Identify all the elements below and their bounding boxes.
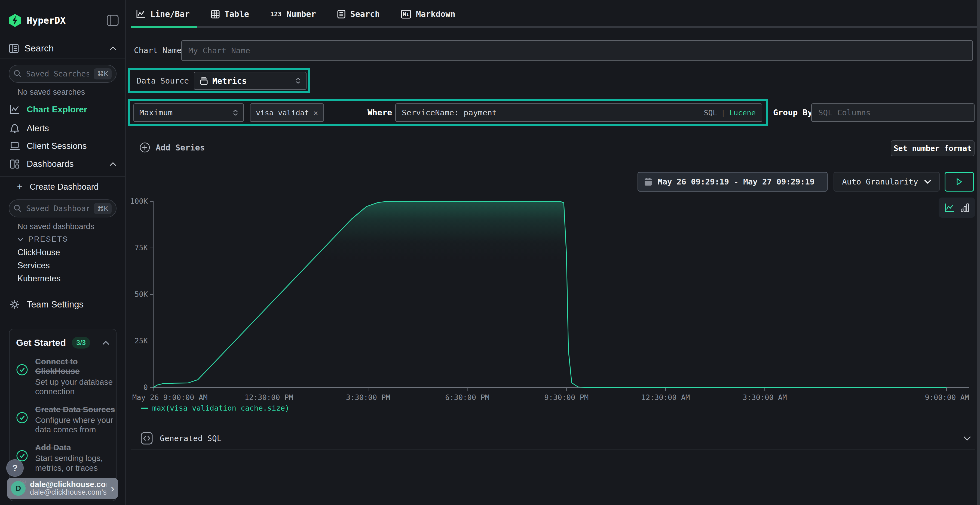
circle-plus-icon (139, 142, 150, 153)
metric-line-chart[interactable]: 025K50K75K100KMay 26 9:00:00 AM12:30:00 … (131, 195, 980, 408)
hyperdx-app: HyperDX Search ⌘ (0, 0, 980, 505)
tab-underline-active (131, 26, 197, 28)
no-saved-dashboards-text: No saved dashboards (18, 222, 94, 231)
saved-searches-input[interactable]: ⌘K (9, 65, 116, 83)
calendar-icon (644, 178, 652, 186)
search-icon (14, 70, 22, 78)
chevron-up-icon (110, 162, 116, 166)
generated-sql-row[interactable]: Generated SQL (141, 432, 971, 445)
play-icon (956, 178, 962, 185)
number-icon: 123 (270, 11, 282, 18)
line-chart-icon (136, 10, 145, 19)
saved-dashboards-field[interactable] (25, 204, 90, 213)
tab-label: Markdown (416, 9, 455, 19)
sql-mode-toggle[interactable]: SQL (704, 108, 717, 117)
group-by-input[interactable] (811, 103, 975, 122)
presets-label: PRESETS (28, 235, 68, 243)
search-icon (14, 204, 22, 213)
set-number-format-button[interactable]: Set number format (891, 140, 975, 156)
sidebar-item-label: Alerts (27, 123, 49, 133)
section-divider (131, 449, 975, 449)
bell-icon (9, 123, 21, 133)
sidebar-item-label: Client Sessions (27, 141, 87, 151)
run-query-button[interactable] (945, 172, 974, 192)
chevron-down-icon[interactable] (963, 436, 971, 441)
sidebar: HyperDX Search ⌘ (0, 0, 126, 505)
select-updown-icon (233, 110, 238, 116)
sidebar-item-dashboards[interactable]: Dashboards (9, 159, 116, 169)
svg-text:12:30:00 PM: 12:30:00 PM (245, 393, 293, 402)
metrics-source-icon (200, 76, 208, 85)
get-started-item-desc: Configure where your data comes from (35, 415, 116, 435)
tab-markdown[interactable]: M↓ Markdown (401, 9, 455, 19)
chevron-up-icon[interactable] (102, 341, 110, 345)
svg-text:0: 0 (143, 383, 148, 392)
saved-searches-field[interactable] (25, 69, 90, 79)
brand-row: HyperDX (9, 14, 65, 27)
chart-name-field[interactable] (188, 46, 966, 56)
tab-search[interactable]: Search (337, 9, 380, 19)
chart-legend[interactable]: max(visa_validation_cache.size) (141, 404, 290, 412)
sidebar-item-chart-explorer[interactable]: Chart Explorer (9, 105, 87, 114)
where-input[interactable]: ServiceName: payment SQL | Lucene (395, 103, 762, 122)
check-circle-icon (16, 357, 30, 397)
data-source-label: Data Source (137, 76, 189, 86)
tab-label: Table (224, 9, 249, 19)
get-started-item[interactable]: Add Data Start sending logs, metrics, or… (16, 443, 110, 473)
user-menu[interactable]: D dale@clickhouse.com dale@clickhouse.co… (7, 478, 118, 499)
user-subtitle: dale@clickhouse.com's (30, 488, 107, 497)
code-icon (141, 432, 153, 445)
dashboards-icon (9, 159, 21, 169)
metric-tag-label: visa_validation_cach (256, 108, 309, 117)
group-by-field[interactable] (818, 108, 968, 118)
check-circle-icon (16, 405, 30, 435)
hyperdx-logo-icon (9, 14, 21, 27)
get-started-item-title: Create Data Sources (35, 405, 116, 414)
where-label: Where (368, 108, 392, 117)
sidebar-item-client-sessions[interactable]: Client Sessions (9, 141, 87, 151)
generated-sql-label: Generated SQL (160, 434, 221, 443)
aggregation-select[interactable]: Maximum (134, 103, 244, 122)
sidebar-item-alerts[interactable]: Alerts (9, 123, 49, 133)
sidebar-item-clickhouse[interactable]: ClickHouse (18, 248, 60, 257)
create-dashboard-label: Create Dashboard (30, 182, 99, 192)
chevron-up-icon (110, 46, 116, 51)
markdown-icon: M↓ (401, 10, 411, 19)
table-icon (211, 10, 220, 19)
mode-separator: | (721, 108, 725, 117)
chart-name-input[interactable] (181, 40, 973, 61)
add-series-button[interactable]: Add Series (139, 142, 205, 153)
scrollbar[interactable] (977, 0, 980, 505)
metric-tag[interactable]: visa_validation_cach ✕ (250, 103, 324, 122)
tab-label: Number (286, 9, 316, 19)
team-settings-label: Team Settings (27, 299, 84, 310)
get-started-item-desc: Set up your database connection (35, 377, 116, 397)
tab-number[interactable]: 123 Number (270, 9, 316, 19)
collapse-sidebar-icon[interactable] (107, 15, 119, 26)
set-number-format-label: Set number format (894, 144, 972, 153)
granularity-select[interactable]: Auto Granularity (834, 172, 940, 192)
get-started-item[interactable]: Create Data Sources Configure where your… (16, 405, 110, 435)
get-started-item[interactable]: Connect to ClickHouse Set up your databa… (16, 357, 110, 397)
tab-line-bar[interactable]: Line/Bar (136, 9, 190, 19)
svg-text:12:30:00 AM: 12:30:00 AM (641, 393, 690, 402)
group-by-label: Group By (773, 108, 813, 117)
date-range-picker[interactable]: May 26 09:29:19 - May 27 09:29:19 (638, 172, 827, 192)
create-dashboard-button[interactable]: + Create Dashboard (17, 181, 99, 193)
tab-table[interactable]: Table (211, 9, 249, 19)
help-button[interactable]: ? (6, 459, 24, 477)
sidebar-section-search[interactable]: Search (9, 43, 116, 54)
remove-tag-icon[interactable]: ✕ (313, 108, 318, 117)
kbd-shortcut: ⌘K (94, 68, 111, 79)
sidebar-item-services[interactable]: Services (18, 260, 50, 270)
saved-dashboards-input[interactable]: ⌘K (9, 199, 116, 218)
chart-name-label: Chart Name (134, 46, 181, 55)
plus-icon: + (17, 181, 22, 193)
lucene-mode-toggle[interactable]: Lucene (729, 108, 756, 117)
aggregation-value: Maximum (139, 108, 173, 117)
presets-toggle[interactable]: PRESETS (18, 235, 68, 243)
data-source-select[interactable]: Metrics (194, 72, 307, 90)
sidebar-item-team-settings[interactable]: Team Settings (9, 299, 84, 310)
sidebar-item-kubernetes[interactable]: Kubernetes (18, 274, 61, 284)
get-started-item-title: Connect to ClickHouse (35, 357, 116, 376)
